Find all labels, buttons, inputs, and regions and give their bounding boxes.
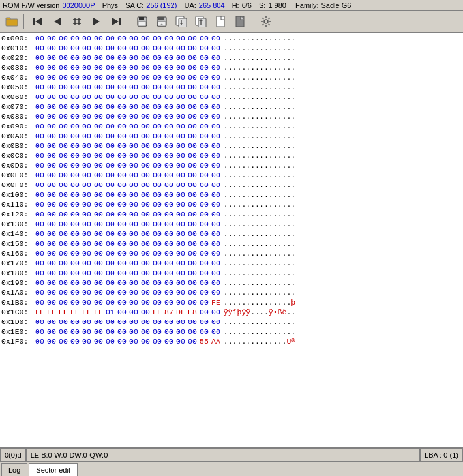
hex-byte[interactable]: 00	[116, 72, 128, 82]
hex-byte[interactable]: 00	[116, 53, 128, 63]
hex-byte[interactable]: 00	[81, 53, 93, 63]
hex-byte[interactable]: 00	[175, 151, 187, 160]
hex-byte[interactable]: 00	[104, 82, 116, 92]
hex-byte[interactable]: 00	[93, 33, 104, 43]
hex-byte[interactable]: FE	[69, 307, 81, 317]
hex-byte[interactable]: 00	[93, 92, 104, 102]
hex-byte[interactable]: 00	[34, 327, 46, 336]
hex-byte[interactable]: 00	[198, 121, 210, 131]
hex-byte[interactable]: 00	[57, 336, 69, 346]
hex-byte[interactable]: 00	[187, 160, 198, 170]
hex-byte[interactable]: 00	[151, 180, 163, 190]
hex-byte[interactable]: 00	[34, 200, 46, 209]
hex-byte[interactable]: 00	[198, 327, 210, 336]
hex-byte[interactable]: 00	[104, 248, 116, 258]
hex-byte[interactable]: 00	[198, 258, 210, 268]
hex-byte[interactable]: 00	[140, 102, 151, 112]
hex-byte[interactable]: 00	[116, 170, 128, 180]
hex-byte[interactable]: 00	[46, 317, 57, 327]
hex-byte[interactable]: 00	[69, 200, 81, 209]
hex-byte[interactable]: 00	[57, 239, 69, 248]
hex-byte[interactable]: 00	[46, 33, 57, 43]
hex-byte[interactable]: 00	[128, 297, 140, 307]
hex-byte[interactable]: 00	[57, 33, 69, 43]
hex-byte[interactable]: 00	[175, 278, 187, 288]
hex-byte[interactable]: 00	[69, 190, 81, 200]
hex-byte[interactable]: 00	[140, 239, 151, 248]
prev-start-button[interactable]	[29, 13, 47, 30]
hex-byte[interactable]: 00	[116, 180, 128, 190]
hex-byte[interactable]: 00	[93, 268, 104, 278]
hex-byte[interactable]: 00	[163, 229, 175, 239]
hex-byte[interactable]: 00	[34, 268, 46, 278]
hex-byte[interactable]: 00	[187, 141, 198, 151]
hex-byte[interactable]: 00	[69, 297, 81, 307]
hex-byte[interactable]: 00	[34, 112, 46, 121]
hex-byte[interactable]: 00	[210, 170, 222, 180]
hex-byte[interactable]: 00	[151, 258, 163, 268]
hex-byte[interactable]: 00	[46, 229, 57, 239]
hex-byte[interactable]: 00	[46, 92, 57, 102]
copy-from-button[interactable]	[172, 13, 190, 30]
hex-byte[interactable]: 00	[93, 121, 104, 131]
hex-byte[interactable]: 00	[81, 72, 93, 82]
hex-byte[interactable]: 00	[128, 190, 140, 200]
hex-byte[interactable]: 00	[128, 229, 140, 239]
hex-byte[interactable]: 00	[116, 141, 128, 151]
hex-byte[interactable]: 00	[81, 43, 93, 53]
hex-byte[interactable]: 00	[34, 190, 46, 200]
hex-byte[interactable]: 00	[104, 229, 116, 239]
hex-byte[interactable]: 00	[104, 336, 116, 346]
hex-byte[interactable]: 00	[69, 141, 81, 151]
hex-byte[interactable]: 00	[210, 209, 222, 219]
hex-byte[interactable]: 00	[187, 317, 198, 327]
hex-byte[interactable]: 00	[163, 121, 175, 131]
hex-byte[interactable]: 00	[151, 82, 163, 92]
hex-byte[interactable]: 00	[140, 200, 151, 209]
hex-byte[interactable]: 00	[104, 317, 116, 327]
hex-byte[interactable]: 00	[116, 268, 128, 278]
hex-byte[interactable]: 00	[116, 33, 128, 43]
hex-byte[interactable]: 00	[140, 307, 151, 317]
hex-byte[interactable]: 00	[128, 151, 140, 160]
hex-byte[interactable]: 00	[46, 268, 57, 278]
hex-byte[interactable]: 00	[163, 82, 175, 92]
hex-byte[interactable]: 00	[57, 112, 69, 121]
hex-byte[interactable]: 87	[163, 307, 175, 317]
hex-byte[interactable]: 00	[57, 327, 69, 336]
hex-byte[interactable]: 00	[93, 200, 104, 209]
hex-byte[interactable]: 00	[57, 82, 69, 92]
hex-byte[interactable]: 00	[81, 288, 93, 297]
hex-byte[interactable]: 00	[93, 258, 104, 268]
hex-byte[interactable]: 00	[140, 141, 151, 151]
hex-byte[interactable]: 00	[187, 43, 198, 53]
hex-byte[interactable]: 00	[140, 151, 151, 160]
hex-byte[interactable]: 00	[128, 112, 140, 121]
hex-byte[interactable]: 00	[198, 63, 210, 72]
hex-byte[interactable]: 00	[81, 336, 93, 346]
hex-byte[interactable]: 00	[69, 112, 81, 121]
hex-byte[interactable]: 00	[163, 190, 175, 200]
hex-byte[interactable]: 00	[128, 239, 140, 248]
hex-byte[interactable]: 00	[116, 248, 128, 258]
hex-byte[interactable]: 00	[198, 288, 210, 297]
hex-byte[interactable]: 00	[128, 219, 140, 229]
hex-byte[interactable]: 00	[163, 258, 175, 268]
hex-byte[interactable]: 00	[187, 53, 198, 63]
hex-byte[interactable]: 00	[104, 112, 116, 121]
hex-byte[interactable]: 00	[81, 229, 93, 239]
hex-byte[interactable]: 00	[46, 72, 57, 82]
hex-byte[interactable]: 00	[163, 288, 175, 297]
hex-byte[interactable]: 00	[151, 43, 163, 53]
hex-byte[interactable]: 00	[187, 131, 198, 141]
hex-byte[interactable]: 00	[151, 92, 163, 102]
hex-byte[interactable]: 00	[151, 190, 163, 200]
hex-byte[interactable]: 00	[46, 102, 57, 112]
hex-byte[interactable]: 00	[210, 278, 222, 288]
hex-byte[interactable]: 00	[46, 180, 57, 190]
hex-byte[interactable]: 00	[93, 102, 104, 112]
hex-byte[interactable]: 00	[163, 63, 175, 72]
hex-byte[interactable]: 00	[116, 131, 128, 141]
hex-byte[interactable]: 00	[81, 297, 93, 307]
hex-byte[interactable]: 00	[187, 180, 198, 190]
